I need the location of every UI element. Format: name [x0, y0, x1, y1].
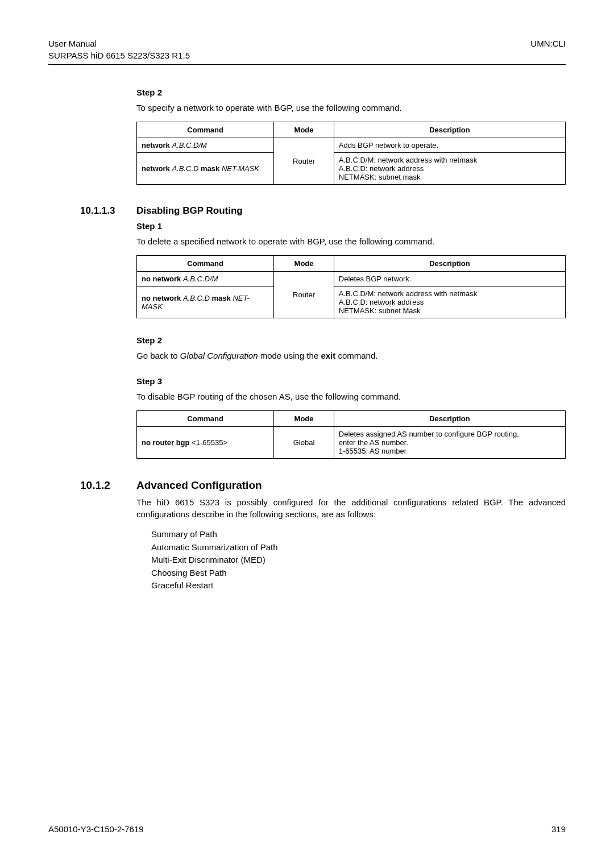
- list-item: Summary of Path: [151, 528, 566, 541]
- header-divider: [48, 64, 566, 65]
- cmd-cell: no network A.B.C.D mask NET-MASK: [137, 286, 274, 318]
- desc-line: enter the AS number.: [339, 438, 561, 447]
- mode-cell: Router: [274, 272, 334, 318]
- th-description: Description: [334, 256, 565, 272]
- th-command: Command: [137, 122, 274, 138]
- list-item: Graceful Restart: [151, 579, 566, 592]
- product-line: SURPASS hiD 6615 S223/S323 R1.5: [48, 49, 190, 61]
- table-network-add: Command Mode Description network A.B.C.D…: [136, 122, 566, 185]
- th-command: Command: [137, 411, 274, 427]
- cmd-keyword: no router bgp: [142, 438, 190, 447]
- list-item: Automatic Summarization of Path: [151, 541, 566, 554]
- footer-page-number: 319: [551, 824, 566, 834]
- section-title: Advanced Configuration: [136, 479, 262, 492]
- header-left: User Manual SURPASS hiD 6615 S223/S323 R…: [48, 38, 190, 61]
- step2b-heading: Step 2: [136, 335, 566, 345]
- th-mode: Mode: [274, 122, 334, 138]
- cmd-keyword: no network: [142, 275, 181, 283]
- text-bold: exit: [321, 351, 335, 360]
- table-disable-bgp: Command Mode Description no router bgp <…: [136, 410, 566, 459]
- text-frag: command.: [335, 351, 377, 360]
- cmd-arg: NET-MASK: [222, 164, 259, 173]
- cmd-arg: A.B.C.D/M: [183, 275, 218, 283]
- step3-heading: Step 3: [136, 376, 566, 386]
- desc-line: NETMASK: subnet Mask: [339, 306, 561, 315]
- desc-line: A.B.C.D/M: network address with netmask: [339, 289, 561, 298]
- cmd-cell: network A.B.C.D mask NET-MASK: [137, 153, 274, 185]
- step2-heading: Step 2: [136, 88, 566, 97]
- cmd-arg: A.B.C.D: [172, 164, 198, 173]
- page-footer: A50010-Y3-C150-2-7619 319: [48, 824, 566, 834]
- cmd-cell: no router bgp <1-65535>: [137, 427, 274, 459]
- cmd-arg: A.B.C.D/M: [172, 141, 206, 149]
- list-item: Multi-Exit Discriminator (MED): [151, 554, 566, 567]
- section-number: 10.1.1.3: [48, 205, 136, 217]
- mode-cell: Global: [274, 427, 334, 459]
- advanced-config-paragraph: The hiD 6615 S323 is possibly configured…: [136, 496, 566, 520]
- text-italic: Global Configuration: [180, 351, 258, 360]
- table-network-delete: Command Mode Description no network A.B.…: [136, 255, 566, 318]
- header-right: UMN:CLI: [530, 38, 566, 61]
- text-frag: mode using the: [258, 351, 321, 360]
- cmd-cell: no network A.B.C.D/M: [137, 272, 274, 286]
- th-description: Description: [334, 122, 565, 138]
- mode-cell: Router: [274, 138, 334, 185]
- cmd-keyword: mask: [201, 164, 219, 173]
- desc-cell: A.B.C.D/M: network address with netmask …: [334, 286, 565, 318]
- section-number: 10.1.2: [48, 479, 136, 492]
- step1-paragraph: To delete a specified network to operate…: [136, 235, 566, 247]
- page-header: User Manual SURPASS hiD 6615 S223/S323 R…: [48, 38, 566, 61]
- text-frag: Go back to: [136, 351, 180, 360]
- step1-heading: Step 1: [136, 221, 566, 231]
- section-1012-row: 10.1.2 Advanced Configuration: [48, 479, 566, 492]
- manual-title: User Manual: [48, 38, 190, 49]
- list-item: Choosing Best Path: [151, 567, 566, 580]
- desc-line: NETMASK: subnet mask: [339, 173, 561, 181]
- section-title: Disabling BGP Routing: [136, 205, 243, 217]
- desc-line: A.B.C.D/M: network address with netmask: [339, 156, 561, 164]
- desc-line: A.B.C.D: network address: [339, 298, 561, 306]
- desc-line: Deletes assigned AS number to configure …: [339, 430, 561, 438]
- desc-cell: Deletes assigned AS number to configure …: [334, 427, 565, 459]
- desc-cell: Deletes BGP network.: [334, 272, 565, 286]
- step2b-paragraph: Go back to Global Configuration mode usi…: [136, 350, 566, 362]
- desc-cell: A.B.C.D/M: network address with netmask …: [334, 153, 565, 185]
- th-mode: Mode: [274, 256, 334, 272]
- cmd-arg: <1-65535>: [190, 438, 228, 447]
- footer-doc-id: A50010-Y3-C150-2-7619: [48, 824, 144, 834]
- cmd-keyword: mask: [212, 294, 231, 302]
- cmd-keyword: no network: [142, 294, 181, 302]
- step2-paragraph: To specify a network to operate with BGP…: [136, 102, 566, 114]
- step3-paragraph: To disable BGP routing of the chosen AS,…: [136, 391, 566, 402]
- cmd-cell: network A.B.C.D/M: [137, 138, 274, 153]
- cmd-keyword: network: [142, 141, 170, 149]
- desc-line: 1-65535: AS number: [339, 447, 561, 455]
- cmd-keyword: network: [142, 164, 170, 173]
- desc-line: A.B.C.D: network address: [339, 164, 561, 173]
- desc-cell: Adds BGP network to operate.: [334, 138, 565, 153]
- bullet-list: Summary of Path Automatic Summarization …: [151, 528, 566, 592]
- section-10113-row: 10.1.1.3 Disabling BGP Routing: [48, 205, 566, 217]
- cmd-arg: A.B.C.D: [183, 294, 210, 302]
- th-command: Command: [137, 256, 274, 272]
- th-description: Description: [334, 411, 565, 427]
- th-mode: Mode: [274, 411, 334, 427]
